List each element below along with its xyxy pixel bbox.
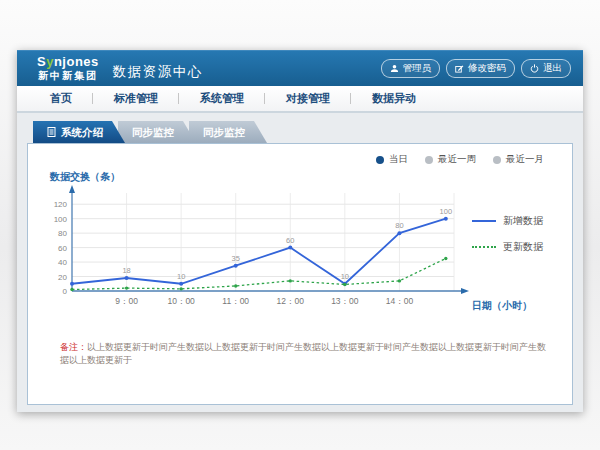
x-axis-label: 日期（小时）	[472, 299, 572, 313]
filter-label: 当日	[389, 153, 408, 166]
svg-text:11：00: 11：00	[222, 296, 249, 306]
logout-button[interactable]: 退出	[521, 59, 571, 78]
page-title: 数据资源中心	[113, 57, 203, 81]
legend-label: 新增数据	[503, 214, 543, 228]
tab-label: 同步监控	[203, 121, 245, 143]
svg-text:14：00: 14：00	[386, 296, 414, 306]
app-page: Synjones 新中新集团 数据资源中心 管理员 修改密码 退出 首页标准管理…	[17, 50, 583, 412]
content-area: 系统介绍同步监控同步监控 当日最近一周最近一月 数据交换（条） 02040608…	[17, 113, 583, 412]
svg-text:0: 0	[63, 287, 68, 296]
chart-area: 数据交换（条） 0204060801001209：0010：0011：0012：…	[28, 144, 572, 319]
svg-text:100: 100	[440, 207, 453, 216]
svg-text:100: 100	[54, 215, 68, 224]
power-icon	[530, 64, 539, 73]
tab-label: 系统介绍	[61, 121, 103, 143]
legend-item-1: 新增数据	[472, 214, 572, 228]
nav-item-3[interactable]: 系统管理	[179, 86, 265, 111]
filter-radio-3[interactable]: 最近一月	[493, 153, 544, 166]
edit-icon	[455, 64, 464, 73]
filter-radio-2[interactable]: 最近一周	[425, 153, 476, 166]
logout-label: 退出	[543, 62, 562, 75]
nav-item-5[interactable]: 数据异动	[351, 86, 437, 111]
brand-logo-text: Synjones	[37, 55, 99, 70]
legend-item-2: 更新数据	[472, 240, 572, 254]
svg-text:10: 10	[177, 272, 185, 281]
date-filter-group: 当日最近一周最近一月	[376, 153, 544, 166]
svg-text:35: 35	[232, 254, 240, 263]
brand-logo: Synjones 新中新集团	[37, 55, 99, 81]
user-button[interactable]: 管理员	[381, 59, 441, 78]
svg-text:20: 20	[58, 273, 67, 282]
app-header: Synjones 新中新集团 数据资源中心 管理员 修改密码 退出	[17, 50, 583, 86]
svg-text:80: 80	[58, 229, 67, 238]
person-icon	[390, 64, 399, 73]
y-axis-label: 数据交换（条）	[50, 170, 472, 184]
tab-1[interactable]: 系统介绍	[33, 121, 125, 143]
svg-text:60: 60	[286, 236, 294, 245]
user-label: 管理员	[403, 62, 432, 75]
legend-line-sample	[472, 246, 496, 248]
radio-dot	[376, 156, 384, 164]
note-prefix: 备注：	[60, 342, 87, 352]
svg-text:80: 80	[395, 221, 403, 230]
radio-dot	[425, 156, 433, 164]
system-intro-panel: 当日最近一周最近一月 数据交换（条） 0204060801001209：0010…	[27, 143, 573, 405]
change-password-button[interactable]: 修改密码	[446, 59, 515, 78]
svg-text:40: 40	[58, 258, 67, 267]
nav-item-1[interactable]: 首页	[29, 86, 93, 111]
svg-text:60: 60	[58, 244, 67, 253]
main-nav: 首页标准管理系统管理对接管理数据异动	[17, 86, 583, 113]
brand-logo-subtext: 新中新集团	[37, 70, 99, 82]
note-text: 以上数据更新于时间产生数据以上数据更新于时间产生数据以上数据更新于时间产生数据以…	[60, 342, 546, 365]
chart-block: 数据交换（条） 0204060801001209：0010：0011：0012：…	[42, 170, 472, 319]
svg-text:10: 10	[341, 272, 349, 281]
tab-2[interactable]: 同步监控	[118, 121, 196, 143]
document-icon	[47, 127, 56, 137]
svg-text:13：00: 13：00	[331, 296, 359, 306]
svg-text:9：00: 9：00	[115, 296, 138, 306]
tab-bar: 系统介绍同步监控同步监控	[33, 121, 573, 143]
svg-text:10：00: 10：00	[167, 296, 195, 306]
filter-radio-1[interactable]: 当日	[376, 153, 408, 166]
filter-label: 最近一月	[506, 153, 544, 166]
tab-label: 同步监控	[132, 121, 174, 143]
header-actions: 管理员 修改密码 退出	[381, 59, 572, 78]
change-password-label: 修改密码	[468, 62, 506, 75]
nav-item-4[interactable]: 对接管理	[265, 86, 351, 111]
svg-text:18: 18	[122, 266, 130, 275]
legend-label: 更新数据	[503, 240, 543, 254]
svg-text:12：00: 12：00	[277, 296, 305, 306]
filter-label: 最近一周	[438, 153, 476, 166]
footer-note: 备注：以上数据更新于时间产生数据以上数据更新于时间产生数据以上数据更新于时间产生…	[60, 341, 554, 366]
svg-text:120: 120	[54, 200, 68, 209]
tab-3[interactable]: 同步监控	[189, 121, 267, 143]
radio-dot	[493, 156, 501, 164]
chart-legend: 新增数据更新数据 日期（小时）	[472, 170, 572, 315]
legend-line-sample	[472, 220, 496, 222]
nav-item-2[interactable]: 标准管理	[93, 86, 179, 111]
line-chart: 0204060801001209：0010：0011：0012：0013：001…	[42, 185, 472, 315]
